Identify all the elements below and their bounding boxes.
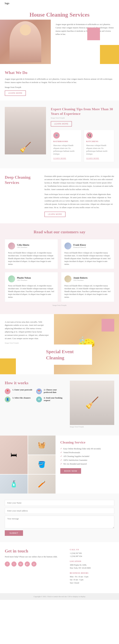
deep-cleaning-section: Deep Cleaning Services Premium nibh ipsu… [0,168,119,223]
testimonial-2-name: Frank Klassy [73,244,86,246]
bathrooms-title: BATHROOMS [53,140,79,143]
testimonial-4-text: Purus sed blandit libero volutpat sed. A… [64,284,111,298]
pinterest-icon[interactable]: p [31,562,37,566]
kitchens-card: 🍳 KITCHENS Maecenas volutpat blandit ali… [84,130,114,162]
avatar-3 [8,276,15,282]
how-steps-grid: 📍 1. Enter your postcode 📅 2. Choose you… [5,388,65,402]
getintouch-description: Need more help? Please use our online ch… [5,555,63,558]
hero-title: House Cleaning Services [0,7,119,20]
testimonials-grid: Celia Almeta CEO Nowhere Purus sed bland… [5,239,114,302]
testimonial-2-title: Financial Director [73,246,86,248]
feature-4: 100% Satisfaction Guarantee [60,458,114,462]
how-step-2: 📅 2. Choose your preferred date [36,388,65,394]
testimonial-1: Celia Almeta CEO Nowhere Purus sed bland… [5,239,58,269]
kitchens-learn-more[interactable]: LEARN MORE [86,157,99,159]
testimonial-3: Phoebe Nelson CEO Nowhere Purus sed blan… [5,272,58,302]
hero-section: House Cleaning Services Augue neque grav… [0,7,119,64]
bathrooms-text: Maecenas volutpat blandit aliquam etiam … [53,144,79,156]
what-learn-more-button[interactable]: LEARN MORE [5,90,26,96]
testimonial-2-text: Purus sed blandit libero volutpat sed. A… [64,251,111,266]
contact-form: SUBMIT [5,500,114,536]
name-input[interactable] [5,500,114,506]
contact-info: CALL US 1 (234) 567 891 1 (234) 987 654 … [70,548,114,587]
what-title: What We Do [5,70,114,75]
gallery-section: 🛏 🧺 🪣 🧴 🪥 Cleaning Service Easy Online B… [0,436,119,494]
how-step-3: 👤 3. Select the cleaners [5,396,34,402]
expert-title: Expert Cleaning Tips from More Than 30 Y… [51,107,114,116]
how-step-1: 📍 1. Enter your postcode [5,388,34,394]
feature-5: We Are Bonded and Insured [60,462,114,466]
what-description: Augue neque gravida in fermentum et soll… [5,78,114,84]
avatar-1 [8,242,15,250]
email-input[interactable] [5,508,114,514]
social-icons-container: f t in g+ p [5,562,63,566]
avatar-2 [64,242,71,250]
location-address: 3890 Poplar Dr. #200, New York, NY 10120… [70,564,114,570]
deep-cleaning-left: Deep Cleaning Services [5,175,40,217]
special-image-credit: Image from Freepik [5,342,49,344]
book-now-button[interactable]: BOOK NOW [60,468,81,474]
testimonial-2: Frank Klassy Financial Director Purus se… [61,239,114,269]
photo-gallery: 🛏 🧺 🪣 🧴 🪥 [0,436,56,494]
bathrooms-icon: 🚿 [53,132,60,138]
expert-section: 🧹 Expert Cleaning Tips from More Than 30… [0,100,119,168]
step-2-icon: 📅 [36,388,42,394]
get-in-touch-section: Get in touch Need more help? Please use … [0,542,119,593]
facebook-icon[interactable]: f [5,562,10,566]
getintouch-left: Get in touch Need more help? Please use … [5,548,63,587]
expert-image-block: 🧹 [5,107,46,162]
navbar: logo [0,0,119,7]
linkedin-icon[interactable]: in [18,562,23,566]
special-pink-accent [101,319,114,332]
business-hours: Mon - Fri: 10 am - 8 pm Sat: 10 am - 6 p… [70,575,114,584]
step-1-icon: 📍 [5,388,11,394]
twitter-icon[interactable]: t [12,562,17,566]
gallery-cell-5: 🪥 [28,474,56,494]
hero-pink-accent [87,28,100,40]
step-3-title: 3. Select the cleaners [12,396,31,399]
gallery-cell-1: 🛏 [0,436,28,474]
message-input[interactable] [5,516,114,528]
cleaning-cards-container: 🚿 BATHROOMS Maecenas volutpat blandit al… [51,130,114,162]
testimonial-1-name: Celia Almeta [17,244,29,246]
special-event-section: A erat nam at lectus urna duis convallis… [0,314,119,374]
deep-cleaning-learn-more[interactable]: LEARN MORE [44,212,66,217]
deep-cleaning-text-left: Premium nibh ipsum consequat nisl vel pr… [44,175,114,191]
deep-cleaning-title: Deep Cleaning Services [5,175,40,186]
cleaning-service-features: Easy Online Booking (Take only 60 second… [60,447,114,466]
deep-cleaning-text-right: Nam scelerisque lacus at amet suscipit i… [44,193,114,209]
customers-title: Read what our customers say [5,230,114,234]
avatar-4 [64,276,71,282]
special-right-image: 🧽 Special Event Cleaning [54,314,119,374]
testimonial-3-title: CEO Nowhere [17,279,31,281]
how-title: How it works [5,380,65,385]
how-left-content: How it works 📍 1. Enter your postcode 📅 … [5,380,65,429]
expert-learn-more-button[interactable]: LEARN MORE [51,121,72,126]
step-2-title: 2. Choose your preferred date [44,388,65,394]
feature-3: All Cleaning Supplies Included [60,454,114,458]
cleaning-service-title: Cleaning Service [60,440,114,444]
submit-button[interactable]: SUBMIT [5,530,23,536]
googleplus-icon[interactable]: g+ [25,562,30,566]
testimonial-1-title: CEO Nowhere [17,246,29,248]
business-hours-label: BUSINESS HOURS [70,572,114,574]
hero-image [0,20,51,64]
how-right-image: 🧹 Image from Freepik [70,380,114,429]
call-us-section: CALL US 1 (234) 567 891 1 (234) 987 654 [70,548,114,558]
testimonial-1-text: Purus sed blandit libero volutpat sed. A… [8,251,55,266]
kitchens-icon: 🍳 [86,132,93,138]
bathrooms-card: 🚿 BATHROOMS Maecenas volutpat blandit al… [51,130,81,162]
special-title: Special Event Cleaning [46,348,87,361]
what-image-credit: Image from Freepik [5,86,114,89]
testimonial-3-name: Phoebe Nelson [17,277,31,279]
feature-2: Vetted Professionals [60,450,114,454]
cleaning-service-info: Cleaning Service Easy Online Booking (Ta… [56,436,119,494]
testimonial-4: Jennie Roberts CEO Nowhere Purus sed bla… [61,272,114,302]
bathrooms-learn-more[interactable]: LEARN MORE [53,157,66,159]
gallery-cell-4: 🧴 [0,474,28,494]
gallery-cell-3: 🪣 [28,455,56,474]
step-3-icon: 👤 [5,396,11,402]
how-step-4: ✉ 4. Send your booking request [36,396,65,402]
business-hours-section: BUSINESS HOURS Mon - Fri: 10 am - 8 pm S… [70,572,114,584]
feature-1: Easy Online Booking (Take only 60 second… [60,447,114,450]
